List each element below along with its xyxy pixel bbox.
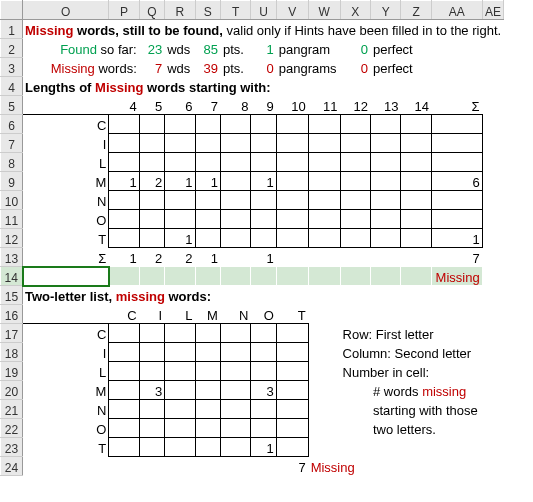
selected-row[interactable]: 14Missing	[1, 267, 504, 286]
spreadsheet[interactable]: OPQRSTUVWXYZAAAE 1Missing words, still t…	[0, 0, 504, 476]
col-headers[interactable]: OPQRSTUVWXYZAAAE	[1, 1, 504, 20]
row-head[interactable]: 1	[1, 20, 23, 39]
active-cell[interactable]	[23, 267, 109, 286]
